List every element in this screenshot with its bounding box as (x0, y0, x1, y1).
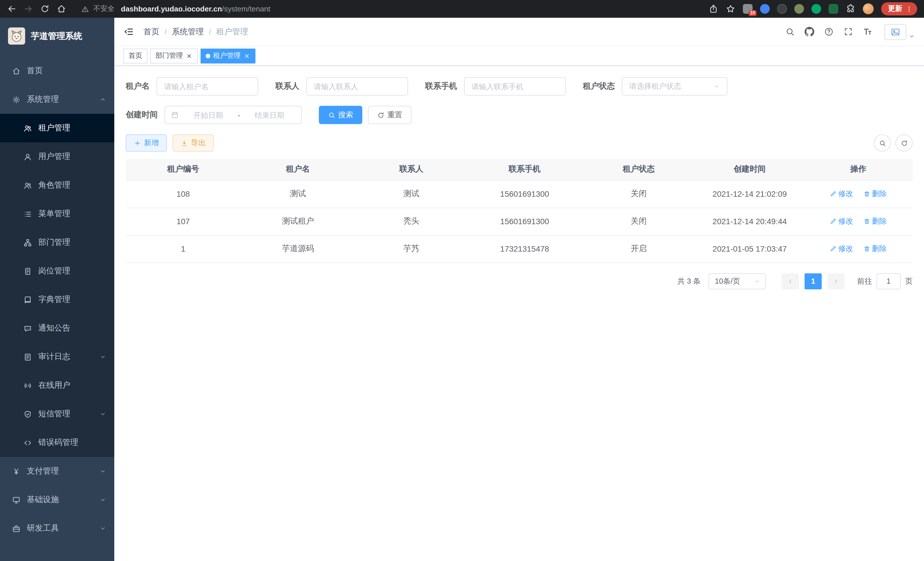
sidebar-item-user[interactable]: 用户管理 (0, 142, 114, 171)
extension-icon-2[interactable] (760, 4, 770, 14)
reset-button[interactable]: 重置 (368, 106, 411, 124)
cell-actions: 修改 删除 (804, 235, 913, 262)
delete-button[interactable]: 删除 (863, 216, 887, 226)
cell-actions: 修改 删除 (804, 208, 913, 235)
next-page-button[interactable] (827, 273, 844, 289)
github-icon[interactable] (805, 27, 814, 37)
sidebar-item-home[interactable]: 首页 (0, 57, 114, 85)
sidebar-item-label: 错误码管理 (38, 438, 78, 448)
share-icon[interactable] (709, 4, 718, 14)
extension-icon-3[interactable] (777, 4, 787, 14)
close-icon[interactable] (186, 52, 193, 59)
tab-home[interactable]: 首页 (123, 48, 147, 63)
font-size-icon[interactable] (863, 27, 873, 37)
reset-button-label: 重置 (387, 110, 402, 120)
breadcrumb-home[interactable]: 首页 (143, 27, 159, 37)
user-avatar[interactable] (885, 24, 906, 40)
sidebar-item-label: 基础设施 (27, 495, 59, 505)
broken-image-icon (890, 27, 901, 37)
browser-profile-avatar[interactable] (863, 3, 874, 14)
delete-button[interactable]: 删除 (863, 189, 887, 199)
prev-page-button[interactable] (782, 273, 799, 289)
user-menu[interactable] (885, 24, 915, 40)
page-size-select[interactable]: 10条/页 (709, 273, 766, 289)
chevron-down-icon (99, 411, 106, 417)
address-bar[interactable]: 不安全 dashboard.yudao.iocoder.cn/system/te… (81, 4, 702, 14)
app-logo[interactable]: 芋道管理系统 (0, 18, 114, 54)
status-placeholder: 请选择租户状态 (629, 81, 681, 92)
sidebar-item-online-user[interactable]: 在线用户 (0, 371, 114, 400)
tab-dept[interactable]: 部门管理 (150, 48, 198, 63)
sidebar-item-dept[interactable]: 部门管理 (0, 228, 114, 257)
help-icon[interactable] (824, 27, 834, 37)
breadcrumb-system[interactable]: 系统管理 (172, 27, 204, 37)
phone-input[interactable] (471, 82, 558, 91)
sidebar-item-dev-tools[interactable]: 研发工具 (0, 514, 114, 543)
browser-back-icon[interactable] (7, 4, 16, 14)
bookmark-star-icon[interactable] (726, 4, 735, 14)
table-row: 108 测试 测试 15601691300 关闭 2021-12-14 21:0… (126, 180, 913, 208)
sidebar-item-system[interactable]: 系统管理 (0, 85, 114, 114)
chevron-up-icon (99, 96, 106, 103)
date-range-picker[interactable]: - (165, 106, 302, 124)
goto-page-input[interactable] (877, 273, 901, 289)
extensions-puzzle-icon[interactable] (846, 4, 855, 14)
sidebar-item-label: 支付管理 (27, 466, 59, 476)
status-label: 租户状态 (583, 81, 622, 92)
toggle-search-button[interactable] (874, 134, 891, 152)
search-icon (328, 111, 335, 119)
sidebar-item-label: 租户管理 (38, 123, 70, 133)
extension-icon-5[interactable] (812, 4, 821, 14)
extension-icon-4[interactable] (794, 4, 804, 14)
sidebar-item-dict[interactable]: 字典管理 (0, 285, 114, 314)
sidebar-fold-icon[interactable] (123, 26, 134, 37)
search-icon[interactable] (785, 27, 795, 37)
add-button[interactable]: 新增 (126, 134, 167, 152)
browser-forward-icon[interactable] (23, 4, 33, 14)
search-button[interactable]: 搜索 (319, 106, 362, 124)
column-header: 租户名 (241, 159, 356, 180)
sidebar-item-role[interactable]: 角色管理 (0, 171, 114, 200)
not-secure-label: 不安全 (93, 4, 115, 14)
sidebar-item-tenant[interactable]: 租户管理 (0, 114, 114, 142)
refresh-table-button[interactable] (896, 134, 913, 152)
trash-icon (863, 190, 870, 197)
browser-home-icon[interactable] (57, 4, 66, 14)
sidebar-item-sms[interactable]: 短信管理 (0, 400, 114, 428)
fullscreen-icon[interactable] (843, 27, 853, 37)
browser-update-button[interactable]: 更新 (881, 2, 917, 15)
tenant-name-input[interactable] (164, 82, 251, 91)
date-end-input[interactable] (243, 111, 296, 119)
refresh-icon (377, 111, 385, 119)
chevron-down-icon (99, 468, 106, 475)
sidebar-item-error-code[interactable]: 错误码管理 (0, 428, 114, 457)
edit-button[interactable]: 修改 (830, 244, 853, 254)
cell-phone: 17321315478 (467, 235, 582, 262)
cell-contact: 秃头 (356, 208, 467, 235)
table-row: 1 芋道源码 芋艿 17321315478 开启 2021-01-05 17:0… (126, 235, 913, 262)
kebab-menu-icon[interactable] (905, 5, 913, 13)
edit-button[interactable]: 修改 (830, 189, 853, 199)
browser-refresh-icon[interactable] (40, 4, 50, 14)
sidebar-item-pay[interactable]: 支付管理 (0, 457, 114, 486)
edit-button[interactable]: 修改 (830, 216, 853, 226)
peoples-icon (23, 181, 32, 190)
edit-label: 修改 (838, 189, 853, 199)
page-content: 租户名 联系人 联系手机 (114, 66, 924, 561)
export-button[interactable]: 导出 (172, 134, 214, 152)
extension-icon-6[interactable] (829, 4, 838, 14)
sidebar-item-post[interactable]: 岗位管理 (0, 257, 114, 285)
sidebar-item-infra[interactable]: 基础设施 (0, 486, 114, 514)
sidebar-item-audit-log[interactable]: 审计日志 (0, 343, 114, 371)
sidebar-item-menu[interactable]: 菜单管理 (0, 200, 114, 228)
extension-icon-1[interactable]: 10 (743, 4, 753, 14)
tenant-status-select[interactable]: 请选择租户状态 (622, 77, 728, 96)
tab-tenant[interactable]: 租户管理 (201, 48, 255, 63)
page-number-1[interactable]: 1 (805, 273, 822, 289)
sidebar-item-notice[interactable]: 通知公告 (0, 314, 114, 343)
date-start-input[interactable] (182, 111, 234, 119)
url-domain: dashboard.yudao.iocoder.cn (121, 5, 222, 13)
contact-input[interactable] (314, 82, 400, 91)
delete-button[interactable]: 删除 (863, 244, 887, 254)
close-icon[interactable] (243, 52, 250, 59)
